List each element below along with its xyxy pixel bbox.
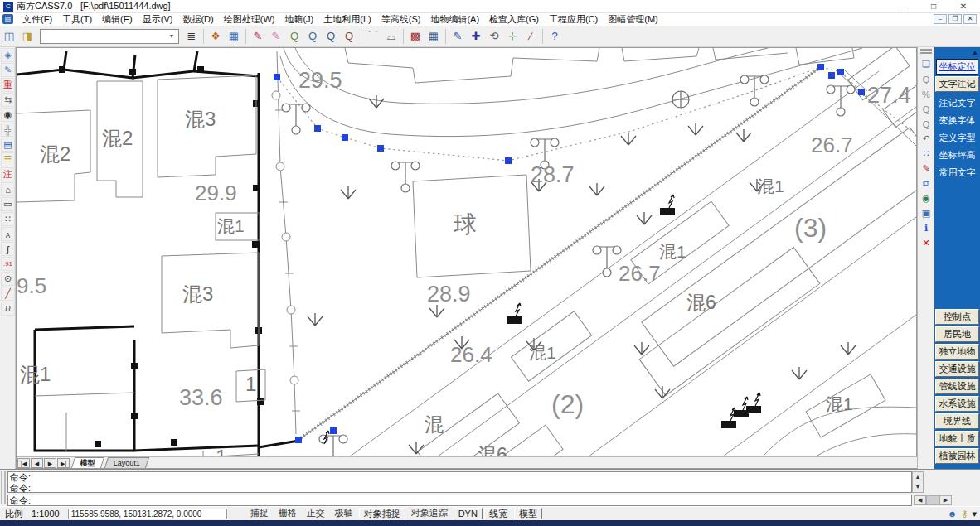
panel-link-3[interactable]: 坐标坪高 xyxy=(936,149,978,162)
mdi-close-button[interactable]: ✕ xyxy=(963,14,977,24)
panel-link-4[interactable]: 常用文字 xyxy=(936,166,978,179)
image-icon[interactable]: ▣ xyxy=(919,206,934,220)
menu-item-10[interactable]: 检查入库(G) xyxy=(484,13,544,26)
drawing-canvas[interactable]: 29.529.928.728.926.726.433.626.727.49.5球… xyxy=(16,47,917,469)
grip-handle[interactable] xyxy=(817,64,824,70)
line-icon[interactable]: ╱ xyxy=(1,287,15,301)
stamp-blue-icon[interactable]: ◫ xyxy=(1,28,17,45)
panel-button-控制点[interactable]: 控制点 xyxy=(935,309,979,325)
command-vertical-scrollbar[interactable]: ▲ ▼ xyxy=(912,471,924,493)
grip-handle[interactable] xyxy=(505,157,512,164)
grip-handle[interactable] xyxy=(274,74,280,80)
toggle-极轴[interactable]: 极轴 xyxy=(331,508,357,519)
scroll-down-icon[interactable]: ▼ xyxy=(913,482,923,492)
panel-button-独立地物[interactable]: 独立地物 xyxy=(935,344,979,360)
panel-button-地貌土质[interactable]: 地貌土质 xyxy=(935,431,979,446)
layers-icon[interactable]: ☰ xyxy=(1,152,15,166)
comm-user-icon[interactable]: ☻ xyxy=(948,509,958,519)
panel-button-植被园林[interactable]: 植被园林 xyxy=(935,448,979,464)
command-history[interactable]: 命令:命令: xyxy=(7,471,912,493)
list-icon[interactable]: ≣ xyxy=(183,28,200,45)
panel-button-居民地[interactable]: 居民地 xyxy=(935,326,979,342)
tab-nav-2[interactable]: ▶ xyxy=(44,458,56,468)
swap-icon[interactable]: ⇆ xyxy=(1,93,15,107)
grip-handle[interactable] xyxy=(837,69,844,75)
maximize-button[interactable]: □ xyxy=(919,0,948,12)
close-x-icon[interactable]: ✕ xyxy=(919,236,934,250)
selection-grips[interactable] xyxy=(274,64,865,443)
layer-combobox[interactable]: ▾ xyxy=(40,29,179,44)
tab-nav-3[interactable]: ▶| xyxy=(57,458,70,468)
move-icon[interactable]: ✚ xyxy=(468,28,484,45)
save-icon[interactable]: ▦ xyxy=(226,28,242,45)
text-aaa-icon[interactable]: ᴀ xyxy=(1,227,15,241)
zoom-prev-icon[interactable]: Q xyxy=(304,28,321,45)
menu-item-9[interactable]: 地物编辑(A) xyxy=(425,13,484,26)
grip-handle[interactable] xyxy=(314,125,321,132)
zoom-window2-icon[interactable]: Q xyxy=(919,102,934,116)
point91-icon[interactable]: .91 xyxy=(1,257,15,271)
trim-icon[interactable]: ⌿ xyxy=(522,28,539,45)
curve-icon[interactable]: ʃ xyxy=(1,242,15,256)
mdi-minimize-button[interactable]: – xyxy=(934,14,947,24)
mdi-restore-button[interactable]: ❐ xyxy=(948,14,962,24)
import-icon[interactable]: ▤ xyxy=(1,138,15,152)
grid-icon[interactable]: ▦ xyxy=(425,28,442,45)
grip-handle[interactable] xyxy=(295,437,302,443)
combo-dropdown-icon[interactable]: ▾ xyxy=(166,31,177,42)
zhong-icon[interactable]: 重 xyxy=(1,78,15,92)
panel-item-coordinate-locate[interactable]: 坐标定位 xyxy=(936,59,978,75)
zoom-scale-icon[interactable]: % xyxy=(919,87,934,101)
stamp-gold-icon[interactable]: ◨ xyxy=(19,28,36,45)
pencil-pink-icon[interactable]: ✎ xyxy=(268,28,284,45)
toggle-对象追踪[interactable]: 对象追踪 xyxy=(407,508,452,519)
info-icon[interactable]: ℹ xyxy=(919,221,934,235)
zoom-window-icon[interactable]: Q xyxy=(286,28,303,45)
dots-icon[interactable]: ∷ xyxy=(1,212,15,226)
scrollbar-thumb[interactable] xyxy=(926,495,939,505)
menu-item-2[interactable]: 编辑(E) xyxy=(97,13,138,26)
toolbar-drag-handle[interactable] xyxy=(920,49,932,54)
undo-icon[interactable]: ↶ xyxy=(919,132,934,146)
globe-icon[interactable]: ◉ xyxy=(919,191,934,205)
panel-button-水系设施[interactable]: 水系设施 xyxy=(935,396,979,412)
menu-item-12[interactable]: 图幅管理(M) xyxy=(603,13,663,26)
circle-icon[interactable]: ⊙ xyxy=(1,272,15,286)
scroll-left-icon[interactable]: ◀ xyxy=(914,495,926,505)
document-icon[interactable]: ▤ xyxy=(2,14,13,24)
unlock-icon[interactable]: ⚷ xyxy=(961,509,968,519)
hatch-icon[interactable]: ╬ xyxy=(1,123,15,137)
scroll-up-icon[interactable]: ▲ xyxy=(913,472,923,482)
palette-icon[interactable]: ❖ xyxy=(207,28,224,45)
camera-icon[interactable]: ◉ xyxy=(1,108,15,122)
command-horizontal-scrollbar[interactable]: ◀ ▶ xyxy=(914,495,952,505)
panel-button-境界线[interactable]: 境界线 xyxy=(935,413,979,429)
tab-nav-0[interactable]: |◀ xyxy=(17,458,30,468)
menu-item-4[interactable]: 数据(D) xyxy=(177,13,218,26)
zhu-icon[interactable]: 注 xyxy=(1,167,15,181)
menu-item-8[interactable]: 等高线(S) xyxy=(376,13,426,26)
menu-item-7[interactable]: 土地利用(L) xyxy=(318,13,376,26)
toggle-对象捕捉[interactable]: 对象捕捉 xyxy=(359,508,405,519)
menu-item-3[interactable]: 显示(V) xyxy=(138,13,178,26)
menu-item-1[interactable]: 工具(T) xyxy=(57,13,97,26)
pencil-red-icon[interactable]: ✎ xyxy=(250,28,266,45)
toggle-模型[interactable]: 模型 xyxy=(514,508,542,519)
tab-nav-1[interactable]: ◀ xyxy=(31,458,43,468)
panel-link-1[interactable]: 变换字体 xyxy=(936,114,978,127)
close-button[interactable]: ✕ xyxy=(948,0,978,12)
toggle-捕捉[interactable]: 捕捉 xyxy=(246,508,273,519)
zoom-extents-icon[interactable]: Q xyxy=(919,117,934,131)
scroll-right-icon[interactable]: ▶ xyxy=(939,495,952,505)
tab-模型[interactable]: 模型 xyxy=(71,457,104,468)
arc-point-icon[interactable]: ⌓ xyxy=(383,28,400,45)
points-icon[interactable]: ∷ xyxy=(919,147,934,161)
menu-item-5[interactable]: 绘图处理(W) xyxy=(219,13,280,26)
menu-item-6[interactable]: 地籍(J) xyxy=(279,13,318,26)
zoom-out-icon[interactable]: Q xyxy=(341,28,357,45)
panel-button-交通设施[interactable]: 交通设施 xyxy=(935,361,979,377)
grip-handle[interactable] xyxy=(828,72,835,79)
menu-item-0[interactable]: 文件(F) xyxy=(17,13,57,26)
toggle-栅格[interactable]: 栅格 xyxy=(274,508,301,519)
copy-object-icon[interactable]: ⧉ xyxy=(919,176,934,191)
